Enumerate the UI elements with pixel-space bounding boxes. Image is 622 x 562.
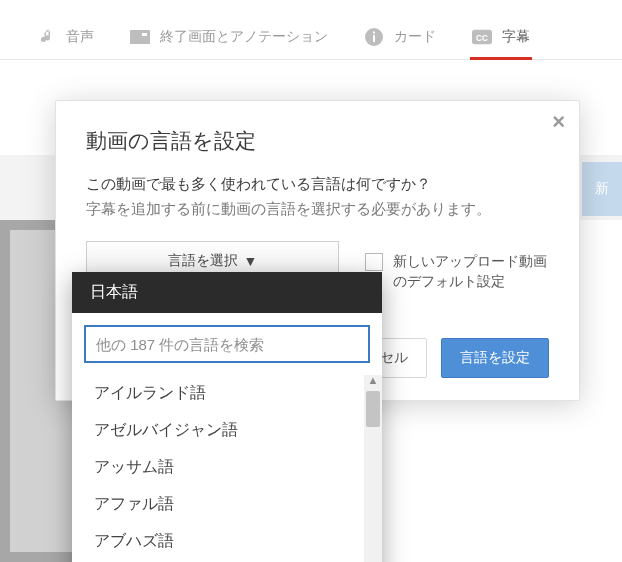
caret-down-icon: ▼ [244, 253, 258, 269]
info-icon [364, 27, 384, 47]
default-checkbox-label: 新しいアップロード動画のデフォルト設定 [393, 251, 549, 292]
tab-endscreen[interactable]: 終了画面とアノテーション [112, 14, 346, 59]
svg-rect-1 [142, 33, 147, 36]
endscreen-icon [130, 27, 150, 47]
language-search-input[interactable] [84, 325, 370, 363]
tab-label: 音声 [66, 28, 94, 46]
tab-label: 字幕 [502, 28, 530, 46]
scroll-up-icon[interactable]: ▲ [366, 373, 380, 387]
confirm-label: 言語を設定 [460, 349, 530, 367]
cc-icon: CC [472, 27, 492, 47]
tab-audio[interactable]: 音声 [18, 14, 112, 59]
tab-label: 終了画面とアノテーション [160, 28, 328, 46]
language-option[interactable]: アイルランド語 [72, 375, 382, 412]
language-list: アイルランド語 アゼルバイジャン語 アッサム語 アファル語 アブハズ語 アフリカ… [72, 375, 382, 562]
modal-question: この動画で最も多く使われている言語は何ですか？ [86, 175, 549, 194]
language-option[interactable]: アブハズ語 [72, 523, 382, 560]
language-option[interactable]: アゼルバイジャン語 [72, 412, 382, 449]
language-select-label: 言語を選択 [168, 252, 238, 270]
default-checkbox[interactable] [365, 253, 383, 271]
svg-rect-0 [130, 30, 150, 44]
tabs-bar: 音声 終了画面とアノテーション カード CC 字幕 [0, 0, 622, 60]
svg-text:CC: CC [476, 33, 488, 42]
language-option[interactable]: アッサム語 [72, 449, 382, 486]
modal-title: 動画の言語を設定 [86, 127, 549, 155]
scrollbar-thumb[interactable] [366, 391, 380, 427]
svg-rect-3 [373, 35, 375, 42]
new-subtitle-button[interactable]: 新 [582, 162, 622, 216]
modal-instruction: 字幕を追加する前に動画の言語を選択する必要があります。 [86, 200, 549, 219]
new-subtitle-label: 新 [595, 180, 609, 198]
svg-rect-4 [373, 31, 375, 33]
music-note-icon [36, 27, 56, 47]
tab-cards[interactable]: カード [346, 14, 454, 59]
confirm-button[interactable]: 言語を設定 [441, 338, 549, 378]
selected-language[interactable]: 日本語 [72, 272, 382, 313]
close-icon[interactable]: × [552, 111, 565, 133]
language-option[interactable]: アファル語 [72, 486, 382, 523]
scrollbar-track[interactable]: ▲ [364, 375, 382, 562]
tab-subtitles[interactable]: CC 字幕 [454, 14, 548, 59]
language-dropdown: 日本語 アイルランド語 アゼルバイジャン語 アッサム語 アファル語 アブハズ語 … [72, 272, 382, 562]
tab-label: カード [394, 28, 436, 46]
